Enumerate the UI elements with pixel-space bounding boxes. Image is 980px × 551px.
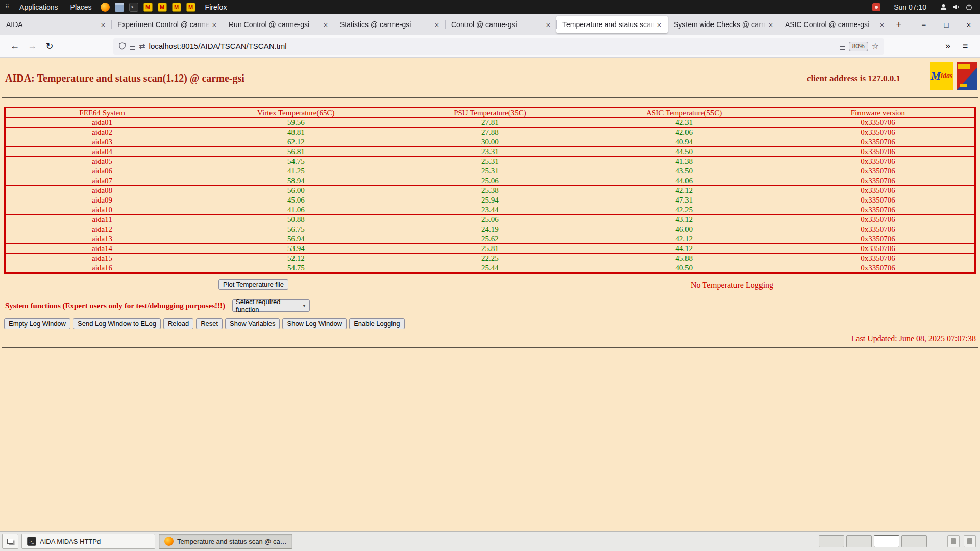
reader-mode-icon[interactable] (840, 43, 845, 50)
fee64-name-cell: aida14 (5, 244, 199, 254)
firefox-launcher-icon[interactable] (101, 3, 110, 12)
action-button[interactable]: Reset (196, 318, 223, 329)
tab-asic-control[interactable]: ASIC Control @ carme-gsi × (779, 16, 890, 33)
tab-run-control[interactable]: Run Control @ carme-gsi × (223, 16, 334, 33)
action-buttons-row: Empty Log Window Send Log Window to ELog… (0, 318, 980, 329)
page-content: AIDA: Temperature and status scan(1.12) … (0, 58, 980, 531)
applications-menu[interactable]: Applications (13, 0, 64, 14)
tab-close-icon[interactable]: × (877, 19, 887, 30)
tab-aida[interactable]: AIDA × (0, 16, 111, 33)
plot-temperature-button[interactable]: Plot Temperature file (218, 279, 288, 290)
window-close-button[interactable]: × (958, 14, 980, 35)
fee64-name-cell: aida06 (5, 166, 199, 176)
midas-launcher-icon-2[interactable]: M (158, 3, 167, 12)
virtex-temp-cell: 56.00 (199, 186, 393, 195)
asic-temp-cell: 40.94 (587, 137, 781, 147)
psu-temp-cell: 23.44 (393, 205, 587, 215)
system-status-icons[interactable] (933, 3, 980, 11)
table-body: aida01 59.56 27.81 42.31 0x3350706 aida0… (5, 118, 975, 273)
bookmark-star-icon[interactable]: ☆ (872, 41, 879, 51)
workspace-4[interactable] (901, 535, 927, 547)
taskbar-tray-icon[interactable] (947, 535, 960, 547)
tab-statistics[interactable]: Statistics @ carme-gsi × (334, 16, 445, 33)
psu-temp-cell: 22.25 (393, 254, 587, 263)
tab-close-icon[interactable]: × (432, 19, 442, 30)
table-row: aida10 41.06 23.44 42.25 0x3350706 (5, 205, 975, 215)
virtex-temp-cell: 56.81 (199, 147, 393, 157)
files-launcher-icon[interactable] (115, 3, 124, 12)
psu-temp-cell: 25.31 (393, 166, 587, 176)
tab-system-checks[interactable]: System wide Checks @ carme-gsi × (668, 16, 779, 33)
fee64-name-cell: aida09 (5, 195, 199, 205)
show-desktop-button[interactable] (964, 535, 976, 547)
zoom-level-badge[interactable]: 80% (849, 42, 868, 51)
window-maximize-button[interactable]: □ (935, 14, 958, 35)
tab-temperature-scan[interactable]: Temperature and status scan @ carme-gsi … (556, 16, 668, 33)
action-button[interactable]: Show Log Window (282, 318, 347, 329)
firmware-cell: 0x3350706 (781, 244, 975, 254)
midas-launcher-icon-3[interactable]: M (172, 3, 181, 12)
forward-button[interactable]: → (23, 38, 41, 55)
tab-title: Statistics @ carme-gsi (340, 20, 432, 29)
table-row: aida06 41.25 25.31 43.50 0x3350706 (5, 166, 975, 176)
fee64-name-cell: aida03 (5, 137, 199, 147)
workspace-switcher-button[interactable] (2, 534, 18, 549)
overflow-menu-icon[interactable]: » (939, 38, 957, 55)
taskbar-item-firefox[interactable]: Temperature and status scan @ car... (159, 534, 292, 549)
tab-close-icon[interactable]: × (98, 19, 108, 30)
window-minimize-button[interactable]: − (913, 14, 935, 35)
firmware-cell: 0x3350706 (781, 128, 975, 137)
plot-row: Plot Temperature file No Temperature Log… (0, 279, 980, 292)
recording-indicator-icon[interactable] (872, 3, 880, 11)
action-button[interactable]: Show Variables (225, 318, 280, 329)
virtex-temp-cell: 58.94 (199, 176, 393, 186)
tab-close-icon[interactable]: × (321, 19, 331, 30)
url-bar[interactable]: ⇄ localhost:8015/AIDA/TSCAN/TSCAN.tml 80… (113, 38, 884, 55)
firmware-cell: 0x3350706 (781, 234, 975, 244)
site-info-icon[interactable] (130, 43, 135, 50)
virtex-temp-cell: 56.75 (199, 224, 393, 234)
clock[interactable]: Sun 07:10 (888, 3, 933, 11)
browser-tab-bar: AIDA × Experiment Control @ carme-gsi × … (0, 14, 980, 35)
midas-launcher-icon-1[interactable]: M (143, 3, 153, 12)
midas-logo-letter: M (931, 69, 941, 83)
tracking-shield-icon[interactable] (118, 42, 126, 50)
tab-close-icon[interactable]: × (766, 19, 776, 30)
tab-close-icon[interactable]: × (654, 19, 665, 30)
tab-experiment-control[interactable]: Experiment Control @ carme-gsi × (111, 16, 223, 33)
system-functions-row: System functions (Expert users only for … (0, 299, 980, 312)
browser-nav-bar: ← → ↻ ⇄ localhost:8015/AIDA/TSCAN/TSCAN.… (0, 35, 980, 58)
terminal-launcher-icon[interactable]: >_ (129, 3, 138, 12)
chevron-down-icon: ▼ (302, 304, 306, 308)
temperature-table: FEE64 System Virtex Temperature(65C) PSU… (4, 107, 976, 274)
virtex-temp-cell: 56.94 (199, 234, 393, 244)
tab-close-icon[interactable]: × (543, 19, 553, 30)
psu-temp-cell: 27.88 (393, 128, 587, 137)
tab-control[interactable]: Control @ carme-gsi × (445, 16, 556, 33)
back-button[interactable]: ← (6, 38, 23, 55)
workspace-3-active[interactable] (874, 535, 899, 547)
url-text[interactable]: localhost:8015/AIDA/TSCAN/TSCAN.tml (149, 42, 836, 51)
taskbar-item-httpd[interactable]: >_ AIDA MIDAS HTTPd (21, 534, 155, 549)
tab-close-icon[interactable]: × (209, 19, 219, 30)
fee64-name-cell: aida15 (5, 254, 199, 263)
midas-launcher-icon-4[interactable]: M (186, 3, 195, 12)
table-row: aida13 56.94 25.62 42.12 0x3350706 (5, 234, 975, 244)
virtex-temp-cell: 41.25 (199, 166, 393, 176)
action-button[interactable]: Reload (163, 318, 193, 329)
hamburger-menu-icon[interactable]: ≡ (957, 38, 974, 55)
psu-temp-cell: 27.81 (393, 118, 587, 128)
places-menu[interactable]: Places (64, 0, 98, 14)
asic-temp-cell: 42.25 (587, 205, 781, 215)
function-select[interactable]: Select required function ▼ (232, 299, 310, 312)
action-button[interactable]: Enable Logging (349, 318, 404, 329)
action-button[interactable]: Send Log Window to ELog (73, 318, 161, 329)
logo-group: Midas (930, 62, 977, 90)
action-button[interactable]: Empty Log Window (4, 318, 70, 329)
permissions-icon[interactable]: ⇄ (139, 42, 145, 51)
workspace-2[interactable] (846, 535, 872, 547)
page-title: AIDA: Temperature and status scan(1.12) … (5, 72, 244, 84)
workspace-1[interactable] (819, 535, 844, 547)
new-tab-button[interactable]: + (890, 16, 908, 33)
reload-button[interactable]: ↻ (41, 38, 58, 55)
